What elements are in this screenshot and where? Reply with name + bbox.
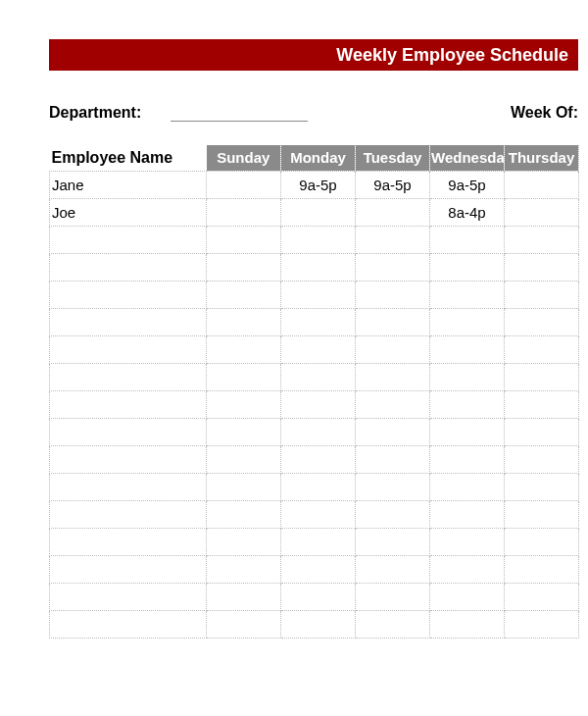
shift-cell[interactable] — [505, 500, 579, 528]
shift-cell[interactable] — [505, 528, 579, 555]
shift-cell[interactable] — [505, 583, 579, 610]
shift-cell[interactable] — [207, 308, 281, 335]
employee-name-cell[interactable] — [50, 363, 207, 390]
shift-cell[interactable] — [356, 308, 430, 335]
shift-cell[interactable] — [430, 363, 505, 390]
shift-cell[interactable] — [207, 226, 281, 253]
shift-cell[interactable] — [356, 473, 430, 500]
employee-name-cell[interactable] — [50, 583, 207, 610]
shift-cell[interactable] — [505, 445, 579, 473]
shift-cell[interactable] — [356, 445, 430, 473]
shift-cell[interactable] — [356, 390, 430, 418]
shift-cell[interactable] — [207, 363, 281, 390]
employee-name-cell[interactable] — [50, 335, 207, 363]
shift-cell[interactable] — [281, 226, 356, 253]
shift-cell[interactable] — [207, 281, 281, 308]
shift-cell[interactable] — [505, 226, 579, 253]
shift-cell[interactable] — [281, 363, 356, 390]
employee-name-cell[interactable]: Jane — [50, 171, 207, 198]
shift-cell[interactable] — [430, 281, 505, 308]
shift-cell[interactable] — [430, 308, 505, 335]
shift-cell[interactable] — [356, 253, 430, 281]
shift-cell[interactable] — [207, 445, 281, 473]
shift-cell[interactable] — [430, 583, 505, 610]
shift-cell[interactable] — [281, 198, 356, 226]
department-value[interactable] — [171, 102, 308, 122]
shift-cell[interactable] — [505, 418, 579, 445]
shift-cell[interactable] — [430, 390, 505, 418]
shift-cell[interactable] — [430, 473, 505, 500]
employee-name-cell[interactable] — [50, 253, 207, 281]
shift-cell[interactable] — [356, 363, 430, 390]
shift-cell[interactable]: 9a-5p — [430, 171, 505, 198]
shift-cell[interactable] — [207, 171, 281, 198]
employee-name-cell[interactable] — [50, 528, 207, 555]
shift-cell[interactable] — [505, 610, 579, 638]
employee-name-cell[interactable] — [50, 418, 207, 445]
shift-cell[interactable] — [281, 500, 356, 528]
shift-cell[interactable] — [356, 610, 430, 638]
shift-cell[interactable] — [505, 308, 579, 335]
shift-cell[interactable] — [430, 528, 505, 555]
shift-cell[interactable] — [207, 418, 281, 445]
shift-cell[interactable] — [505, 555, 579, 583]
shift-cell[interactable] — [281, 335, 356, 363]
shift-cell[interactable]: 9a-5p — [356, 171, 430, 198]
shift-cell[interactable] — [430, 610, 505, 638]
shift-cell[interactable] — [207, 253, 281, 281]
shift-cell[interactable] — [281, 418, 356, 445]
employee-name-cell[interactable] — [50, 610, 207, 638]
shift-cell[interactable] — [281, 281, 356, 308]
shift-cell[interactable] — [430, 253, 505, 281]
shift-cell[interactable] — [430, 418, 505, 445]
shift-cell[interactable] — [281, 445, 356, 473]
shift-cell[interactable] — [281, 528, 356, 555]
shift-cell[interactable] — [207, 528, 281, 555]
employee-name-cell[interactable] — [50, 473, 207, 500]
shift-cell[interactable] — [356, 198, 430, 226]
shift-cell[interactable] — [356, 500, 430, 528]
shift-cell[interactable] — [207, 390, 281, 418]
employee-name-cell[interactable] — [50, 390, 207, 418]
shift-cell[interactable] — [505, 198, 579, 226]
shift-cell[interactable] — [356, 335, 430, 363]
shift-cell[interactable] — [281, 308, 356, 335]
employee-name-cell[interactable] — [50, 445, 207, 473]
employee-name-cell[interactable] — [50, 226, 207, 253]
employee-name-cell[interactable] — [50, 555, 207, 583]
shift-cell[interactable] — [207, 555, 281, 583]
shift-cell[interactable] — [505, 335, 579, 363]
shift-cell[interactable] — [281, 473, 356, 500]
shift-cell[interactable] — [281, 610, 356, 638]
shift-cell[interactable] — [430, 335, 505, 363]
shift-cell[interactable] — [281, 555, 356, 583]
shift-cell[interactable] — [207, 583, 281, 610]
shift-cell[interactable] — [505, 281, 579, 308]
shift-cell[interactable] — [356, 528, 430, 555]
shift-cell[interactable] — [430, 500, 505, 528]
shift-cell[interactable] — [356, 555, 430, 583]
employee-name-cell[interactable] — [50, 281, 207, 308]
shift-cell[interactable]: 9a-5p — [281, 171, 356, 198]
shift-cell[interactable] — [430, 226, 505, 253]
shift-cell[interactable] — [207, 335, 281, 363]
shift-cell[interactable] — [505, 363, 579, 390]
shift-cell[interactable] — [356, 226, 430, 253]
shift-cell[interactable] — [356, 418, 430, 445]
shift-cell[interactable] — [207, 610, 281, 638]
shift-cell[interactable] — [356, 281, 430, 308]
shift-cell[interactable] — [430, 445, 505, 473]
employee-name-cell[interactable] — [50, 500, 207, 528]
employee-name-cell[interactable] — [50, 308, 207, 335]
shift-cell[interactable]: 8a-4p — [430, 198, 505, 226]
shift-cell[interactable] — [505, 171, 579, 198]
shift-cell[interactable] — [505, 253, 579, 281]
shift-cell[interactable] — [505, 390, 579, 418]
shift-cell[interactable] — [430, 555, 505, 583]
shift-cell[interactable] — [207, 473, 281, 500]
shift-cell[interactable] — [281, 253, 356, 281]
employee-name-cell[interactable]: Joe — [50, 198, 207, 226]
shift-cell[interactable] — [356, 583, 430, 610]
shift-cell[interactable] — [281, 390, 356, 418]
shift-cell[interactable] — [505, 473, 579, 500]
